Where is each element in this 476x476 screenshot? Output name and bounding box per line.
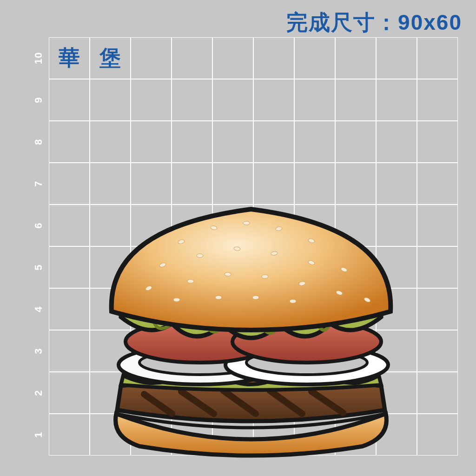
- row-label-glyph: 堡: [99, 44, 121, 73]
- grid-cell: [376, 163, 417, 205]
- grid-cell: [417, 330, 458, 372]
- grid-cell: [253, 79, 294, 121]
- grid-cell: [417, 205, 458, 246]
- y-tick: 9: [33, 97, 45, 103]
- grid-cell: [335, 37, 376, 79]
- grid-cell: [212, 37, 253, 79]
- svg-point-8: [243, 221, 250, 225]
- grid-cell: [212, 163, 253, 205]
- grid-cell: [90, 79, 131, 121]
- y-tick: 10: [33, 52, 45, 64]
- y-tick: 1: [33, 431, 45, 437]
- grid-cell: [172, 121, 212, 163]
- y-tick: 8: [33, 139, 45, 145]
- svg-point-25: [215, 296, 222, 299]
- grid-cell: [253, 163, 294, 205]
- grid-cell: [294, 163, 335, 205]
- grid-cell: [212, 79, 253, 121]
- grid-cell: [172, 37, 212, 79]
- row-label-glyph: 華: [59, 44, 80, 73]
- grid-cell: [335, 121, 376, 163]
- svg-point-20: [262, 275, 268, 278]
- svg-point-27: [290, 299, 296, 303]
- hamburger-illustration: [84, 200, 418, 460]
- grid-cell: [172, 79, 212, 121]
- grid-cell: [131, 79, 172, 121]
- grid-cell: [335, 79, 376, 121]
- grid-cell: [131, 37, 172, 79]
- svg-point-26: [252, 296, 259, 299]
- grid-cell: [417, 79, 458, 121]
- grid-cell: [253, 37, 294, 79]
- y-tick: 7: [33, 180, 45, 186]
- header-dimensions: 90x60: [398, 10, 462, 34]
- grid-cell: [417, 288, 458, 330]
- grid-cell: [49, 79, 90, 121]
- header-prefix: 完成尺寸：: [286, 10, 398, 34]
- grid-cell: [131, 121, 172, 163]
- svg-point-18: [187, 279, 194, 283]
- grid-cell: [417, 246, 458, 288]
- grid-cell: [294, 79, 335, 121]
- grid-cell: [90, 163, 131, 205]
- grid-cell: [131, 163, 172, 205]
- grid-cell: [417, 414, 458, 456]
- y-tick: 3: [33, 348, 45, 354]
- stage: 完成尺寸：90x60 12345678910 華堡: [0, 0, 476, 476]
- grid-cell: [335, 163, 376, 205]
- header-size-label: 完成尺寸：90x60: [286, 8, 462, 37]
- grid-cell: [172, 163, 212, 205]
- grid-cell: [417, 37, 458, 79]
- grid-cell: [417, 372, 458, 414]
- grid-cell: [376, 79, 417, 121]
- top-bun: [112, 209, 391, 330]
- svg-point-24: [173, 298, 180, 302]
- grid-cell: [212, 121, 253, 163]
- y-tick: 5: [33, 264, 45, 270]
- grid-cell: [49, 163, 90, 205]
- grid-cell: [417, 163, 458, 205]
- grid-cell: [294, 37, 335, 79]
- grid-cell: [90, 121, 131, 163]
- grid-cell: [253, 121, 294, 163]
- grid-cell: [417, 121, 458, 163]
- grid-cell: [294, 121, 335, 163]
- y-tick: 2: [33, 390, 45, 396]
- y-tick: 6: [33, 222, 45, 228]
- svg-point-12: [197, 254, 203, 258]
- grid-cell: [376, 37, 417, 79]
- y-tick: 4: [33, 306, 45, 312]
- grid-cell: [376, 121, 417, 163]
- grid-cell: [49, 121, 90, 163]
